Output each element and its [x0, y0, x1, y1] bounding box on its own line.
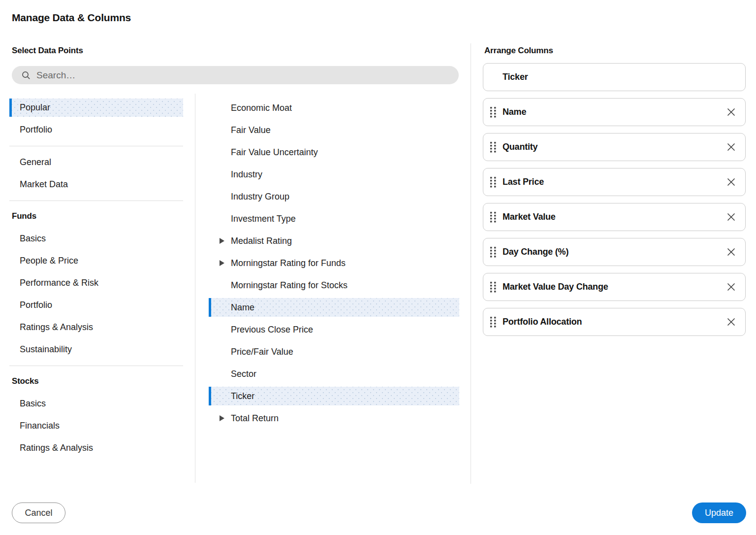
select-data-points-title: Select Data Points — [12, 46, 83, 56]
data-point-label: Previous Close Price — [231, 325, 313, 335]
data-point-label: Industry Group — [231, 192, 289, 202]
data-point-label: Ticker — [231, 391, 254, 401]
data-point-investment-type[interactable]: Investment Type — [209, 209, 459, 228]
drag-handle-icon[interactable] — [490, 281, 498, 293]
sidebar-item-financials[interactable]: Financials — [9, 417, 183, 435]
sidebar-section-stocks: Stocks — [9, 374, 183, 389]
drag-handle-icon[interactable] — [490, 106, 498, 118]
sidebar-divider — [9, 201, 183, 201]
sidebar-item-general[interactable]: General — [9, 153, 183, 171]
data-point-label: Morningstar Rating for Stocks — [231, 280, 347, 291]
expand-caret-icon[interactable] — [220, 260, 224, 266]
column-card-quantity[interactable]: Quantity — [483, 133, 746, 161]
column-card-name[interactable]: Name — [483, 98, 746, 126]
dialog-title: Manage Data & Columns — [12, 12, 131, 24]
data-point-label: Name — [231, 302, 254, 313]
arrange-columns-title: Arrange Columns — [484, 46, 553, 56]
data-point-ticker[interactable]: Ticker — [209, 387, 459, 405]
data-point-sector[interactable]: Sector — [209, 365, 459, 383]
data-points-list: Economic MoatFair ValueFair Value Uncert… — [209, 99, 459, 431]
sidebar-item-ratings-analysis[interactable]: Ratings & Analysis — [9, 439, 183, 457]
sidebar-points-divider — [195, 94, 195, 483]
remove-column-button[interactable] — [725, 212, 736, 223]
data-point-label: Morningstar Rating for Funds — [231, 258, 346, 268]
drag-handle-icon[interactable] — [490, 246, 498, 258]
sidebar-divider — [9, 366, 183, 366]
points-arrange-divider — [471, 43, 471, 484]
data-point-morningstar-rating-for-stocks[interactable]: Morningstar Rating for Stocks — [209, 276, 459, 295]
data-point-medalist-rating[interactable]: Medalist Rating — [209, 232, 459, 250]
update-button[interactable]: Update — [692, 502, 746, 523]
search-icon — [22, 71, 31, 80]
column-label: Quantity — [503, 142, 725, 152]
data-point-economic-moat[interactable]: Economic Moat — [209, 99, 459, 117]
data-point-label: Investment Type — [231, 214, 296, 224]
column-card-ticker: Ticker — [483, 63, 746, 91]
data-point-industry[interactable]: Industry — [209, 165, 459, 184]
drag-handle-icon[interactable] — [490, 141, 498, 153]
data-point-label: Medalist Rating — [231, 236, 292, 246]
drag-handle-icon[interactable] — [490, 316, 498, 328]
remove-column-button[interactable] — [725, 177, 736, 188]
sidebar-item-basics[interactable]: Basics — [9, 395, 183, 413]
search-bar[interactable] — [12, 66, 459, 84]
column-card-day-change[interactable]: Day Change (%) — [483, 238, 746, 266]
data-point-name[interactable]: Name — [209, 298, 459, 317]
sidebar-item-market-data[interactable]: Market Data — [9, 175, 183, 194]
data-point-total-return[interactable]: Total Return — [209, 409, 459, 428]
column-label: Day Change (%) — [503, 247, 725, 257]
cancel-button[interactable]: Cancel — [12, 502, 65, 523]
data-point-label: Fair Value Uncertainty — [231, 147, 318, 158]
column-card-portfolio-allocation[interactable]: Portfolio Allocation — [483, 308, 746, 336]
column-card-market-value-day-change[interactable]: Market Value Day Change — [483, 273, 746, 301]
data-point-fair-value[interactable]: Fair Value — [209, 121, 459, 139]
sidebar-item-portfolio[interactable]: Portfolio — [9, 121, 183, 139]
remove-column-button[interactable] — [725, 282, 736, 293]
expand-caret-icon[interactable] — [220, 415, 224, 421]
data-point-morningstar-rating-for-funds[interactable]: Morningstar Rating for Funds — [209, 254, 459, 272]
column-label: Market Value — [503, 212, 725, 222]
data-point-label: Economic Moat — [231, 103, 292, 113]
data-point-label: Industry — [231, 169, 262, 180]
arrange-columns-list: TickerNameQuantityLast PriceMarket Value… — [483, 63, 746, 343]
sidebar-item-ratings-analysis[interactable]: Ratings & Analysis — [9, 318, 183, 336]
sidebar-item-performance-risk[interactable]: Performance & Risk — [9, 274, 183, 292]
category-sidebar: PopularPortfolioGeneralMarket DataFundsB… — [9, 99, 183, 461]
sidebar-item-popular[interactable]: Popular — [9, 99, 183, 117]
remove-column-button[interactable] — [725, 317, 736, 328]
expand-caret-icon[interactable] — [220, 238, 224, 244]
column-card-market-value[interactable]: Market Value — [483, 203, 746, 231]
remove-column-button[interactable] — [725, 142, 736, 153]
data-point-label: Sector — [231, 369, 256, 379]
data-point-label: Price/Fair Value — [231, 347, 293, 357]
sidebar-item-portfolio[interactable]: Portfolio — [9, 296, 183, 314]
column-label: Last Price — [503, 177, 725, 187]
sidebar-divider — [9, 146, 183, 146]
sidebar-item-people-price[interactable]: People & Price — [9, 252, 183, 270]
data-point-previous-close-price[interactable]: Previous Close Price — [209, 320, 459, 339]
sidebar-item-basics[interactable]: Basics — [9, 230, 183, 248]
data-point-label: Total Return — [231, 413, 279, 424]
column-label: Name — [503, 107, 725, 117]
drag-handle-icon[interactable] — [490, 211, 498, 223]
column-label: Market Value Day Change — [503, 282, 725, 292]
column-label: Ticker — [503, 72, 736, 82]
data-point-fair-value-uncertainty[interactable]: Fair Value Uncertainty — [209, 143, 459, 162]
sidebar-item-sustainability[interactable]: Sustainability — [9, 340, 183, 359]
data-point-industry-group[interactable]: Industry Group — [209, 187, 459, 206]
column-card-last-price[interactable]: Last Price — [483, 168, 746, 196]
sidebar-section-funds: Funds — [9, 209, 183, 224]
remove-column-button[interactable] — [725, 107, 736, 118]
data-point-label: Fair Value — [231, 125, 271, 135]
column-label: Portfolio Allocation — [503, 317, 725, 327]
data-point-price-fair-value[interactable]: Price/Fair Value — [209, 342, 459, 361]
search-input[interactable] — [35, 69, 452, 81]
remove-column-button[interactable] — [725, 247, 736, 258]
drag-handle-icon[interactable] — [490, 176, 498, 188]
